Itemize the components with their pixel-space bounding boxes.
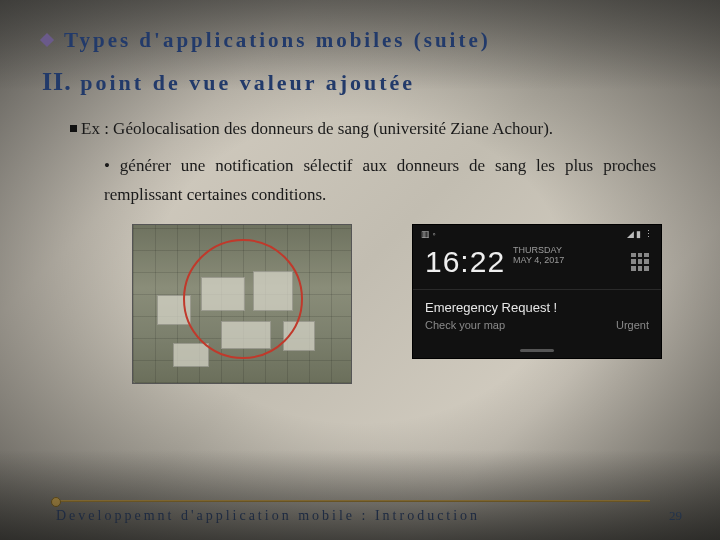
diamond-bullet-icon: [40, 33, 54, 47]
notification-subtitle: Check your map: [425, 319, 505, 331]
title-text: Types d'applications mobiles (suite): [64, 28, 491, 52]
footer-text: Developpemnt d'application mobile : Intr…: [56, 508, 669, 524]
body-text: Ex : Géolocalisation des donneurs de san…: [42, 115, 678, 210]
footer: Developpemnt d'application mobile : Intr…: [0, 508, 720, 524]
phone-notification-image: ▥ ◦◢ ▮ ⋮ 16:22 THURSDAY MAY 4, 2017 Emer…: [412, 224, 662, 359]
drag-handle-icon: [520, 349, 554, 352]
phone-clock: 16:22: [425, 245, 505, 279]
notification-tag: Urgent: [616, 319, 649, 331]
footer-rule: [56, 500, 650, 502]
example-label: Ex: [81, 119, 100, 138]
slide: Types d'applications mobiles (suite) II.…: [0, 0, 720, 540]
bullet-text: • générer une notification sélectif aux …: [104, 156, 656, 204]
satellite-map-image: [132, 224, 352, 384]
notification-title: Emeregency Request !: [425, 300, 649, 315]
slide-subtitle: II. point de vue valeur ajoutée: [42, 67, 678, 97]
example-text: : Géolocalisation des donneurs de sang (…: [100, 119, 553, 138]
highlight-circle-icon: [183, 239, 303, 359]
phone-day: THURSDAY: [513, 245, 564, 256]
slide-title: Types d'applications mobiles (suite): [42, 28, 678, 53]
figures-row: ▥ ◦◢ ▮ ⋮ 16:22 THURSDAY MAY 4, 2017 Emer…: [42, 224, 678, 384]
roman-numeral: II.: [42, 67, 72, 96]
phone-date: MAY 4, 2017: [513, 255, 564, 266]
app-grid-icon: [631, 253, 649, 271]
sub-bullet: • générer une notification sélectif aux …: [70, 144, 656, 210]
page-number: 29: [669, 508, 682, 524]
square-bullet-icon: [70, 125, 77, 132]
subtitle-text: point de vue valeur ajoutée: [80, 70, 415, 95]
